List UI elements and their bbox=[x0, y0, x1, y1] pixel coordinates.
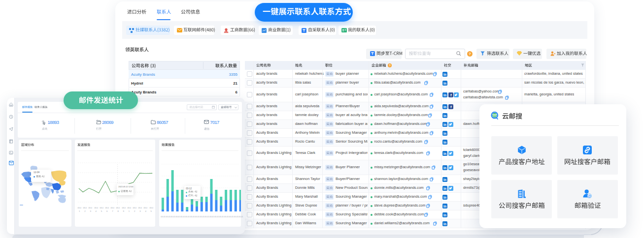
svg-text:in: in bbox=[443, 105, 446, 108]
svg-text:f: f bbox=[450, 105, 452, 109]
svg-text:in: in bbox=[443, 222, 446, 225]
svg-text:in: in bbox=[443, 72, 446, 76]
svg-text:in: in bbox=[443, 186, 446, 190]
svg-text:in: in bbox=[443, 140, 446, 144]
svg-text:in: in bbox=[443, 213, 446, 216]
svg-text:in: in bbox=[443, 166, 446, 169]
svg-text:@: @ bbox=[588, 194, 591, 198]
svg-text:in: in bbox=[443, 81, 446, 85]
svg-text:in: in bbox=[443, 93, 446, 96]
svg-text:in: in bbox=[443, 122, 446, 126]
svg-text:in: in bbox=[443, 131, 446, 135]
svg-text:in: in bbox=[443, 151, 446, 155]
svg-text:in: in bbox=[443, 204, 446, 208]
svg-text:in: in bbox=[443, 178, 446, 181]
svg-text:f: f bbox=[450, 93, 452, 97]
svg-text:in: in bbox=[443, 114, 446, 117]
svg-text:in: in bbox=[443, 195, 446, 199]
